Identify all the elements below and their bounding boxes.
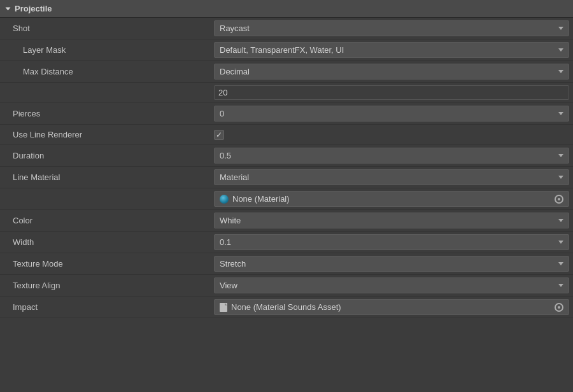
texture-mode-label: Texture Mode: [0, 253, 210, 275]
texture-align-dropdown[interactable]: View: [214, 277, 569, 293]
max-distance-dropdown[interactable]: Decimal: [214, 64, 569, 80]
line-material-ref-label: [0, 188, 210, 210]
impact-label: Impact: [0, 297, 210, 318]
pierces-dropdown-arrow: [558, 112, 563, 115]
texture-mode-dropdown-arrow: [558, 262, 563, 265]
shot-label: Shot: [0, 18, 210, 39]
width-dropdown[interactable]: 0.1: [214, 234, 569, 250]
shot-value: Raycast: [210, 18, 573, 39]
max-distance-input-label: [0, 83, 210, 103]
line-material-ref[interactable]: None (Material): [214, 191, 569, 207]
use-line-renderer-value: ✓: [210, 125, 573, 145]
width-value: 0.1: [210, 232, 573, 253]
line-material-dropdown-arrow: [558, 176, 563, 179]
max-distance-dropdown-arrow: [558, 70, 563, 73]
material-sphere-icon: [220, 195, 229, 204]
line-material-dropdown[interactable]: Material: [214, 169, 569, 185]
texture-align-dropdown-arrow: [558, 284, 563, 287]
duration-dropdown[interactable]: 0.5: [214, 148, 569, 164]
layer-mask-label: Layer Mask: [0, 39, 210, 61]
color-dropdown-arrow: [558, 219, 563, 222]
material-target-icon[interactable]: [555, 195, 563, 204]
shot-dropdown-arrow: [558, 27, 563, 30]
layer-mask-value: Default, TransparentFX, Water, UI: [210, 39, 573, 61]
pierces-value: 0: [210, 103, 573, 125]
impact-ref[interactable]: None (Material Sounds Asset): [214, 299, 569, 315]
pierces-label: Pierces: [0, 103, 210, 125]
shot-dropdown[interactable]: Raycast: [214, 20, 569, 36]
duration-dropdown-arrow: [558, 154, 563, 157]
duration-label: Duration: [0, 145, 210, 167]
max-distance-label: Max Distance: [0, 61, 210, 83]
doc-icon: [220, 303, 227, 312]
texture-mode-dropdown[interactable]: Stretch: [214, 256, 569, 272]
width-dropdown-arrow: [558, 241, 563, 244]
collapse-icon[interactable]: [6, 7, 11, 10]
layer-mask-dropdown-arrow: [558, 48, 563, 52]
duration-value: 0.5: [210, 145, 573, 167]
use-line-renderer-checkbox-area: ✓: [214, 130, 224, 140]
texture-mode-value: Stretch: [210, 253, 573, 275]
properties-grid: Shot Raycast Layer Mask Default, Transpa…: [0, 18, 573, 318]
texture-align-label: Texture Align: [0, 275, 210, 297]
texture-align-value: View: [210, 275, 573, 297]
layer-mask-dropdown[interactable]: Default, TransparentFX, Water, UI: [214, 42, 569, 58]
panel-title: Projectile: [15, 4, 52, 13]
line-material-ref-value: None (Material): [210, 188, 573, 210]
use-line-renderer-checkbox[interactable]: ✓: [214, 130, 224, 140]
line-material-value: Material: [210, 167, 573, 188]
pierces-dropdown[interactable]: 0: [214, 106, 569, 122]
use-line-renderer-label: Use Line Renderer: [0, 125, 210, 145]
max-distance-value: Decimal: [210, 61, 573, 83]
panel-header: Projectile: [0, 0, 573, 18]
color-value: White: [210, 210, 573, 232]
impact-target-icon[interactable]: [555, 303, 563, 312]
impact-value: None (Material Sounds Asset): [210, 297, 573, 318]
max-distance-input[interactable]: [214, 85, 569, 100]
color-label: Color: [0, 210, 210, 232]
max-distance-input-value: [210, 83, 573, 103]
width-label: Width: [0, 232, 210, 253]
color-dropdown[interactable]: White: [214, 213, 569, 228]
checkmark-icon: ✓: [216, 131, 222, 139]
line-material-label: Line Material: [0, 167, 210, 188]
projectile-panel: Projectile Shot Raycast Layer Mask Defau…: [0, 0, 573, 318]
